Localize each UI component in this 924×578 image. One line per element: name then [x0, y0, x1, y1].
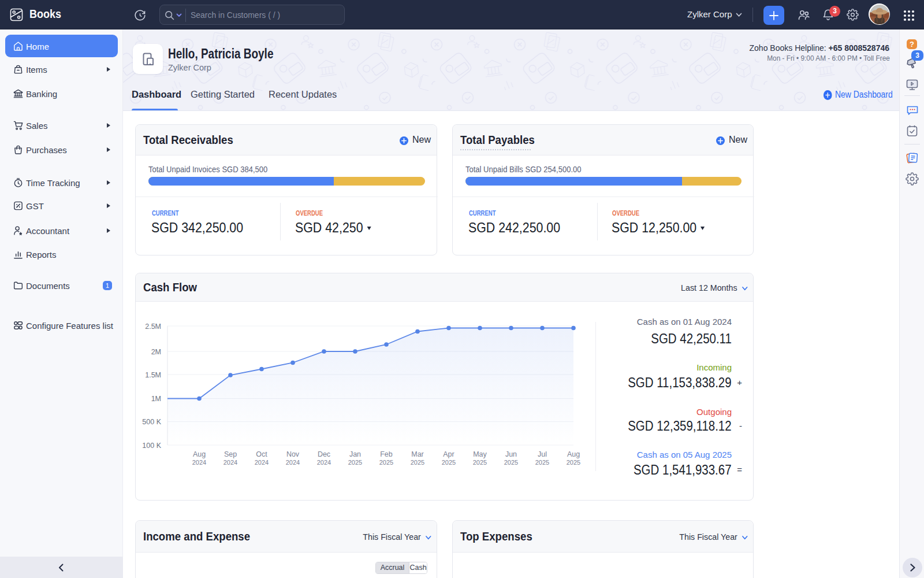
svg-text:2024: 2024: [286, 459, 300, 466]
svg-text:1.5M: 1.5M: [145, 371, 161, 379]
svg-text:Apr: Apr: [443, 450, 454, 458]
svg-text:2025: 2025: [411, 459, 424, 466]
svg-text:2025: 2025: [473, 459, 487, 466]
svg-text:Aug: Aug: [567, 450, 580, 458]
svg-text:Sep: Sep: [224, 450, 237, 458]
svg-text:2025: 2025: [348, 459, 362, 466]
svg-text:1M: 1M: [151, 395, 161, 403]
svg-text:2.5M: 2.5M: [145, 323, 161, 331]
svg-text:500 K: 500 K: [142, 418, 161, 426]
svg-text:Oct: Oct: [256, 450, 267, 458]
svg-text:Mar: Mar: [411, 450, 424, 458]
svg-text:Jan: Jan: [349, 450, 361, 458]
svg-text:2025: 2025: [535, 459, 549, 466]
svg-text:Jun: Jun: [505, 450, 517, 458]
svg-text:Nov: Nov: [286, 450, 300, 458]
svg-text:May: May: [473, 450, 487, 458]
svg-text:2025: 2025: [379, 459, 393, 466]
svg-text:100 K: 100 K: [142, 442, 161, 450]
svg-text:2M: 2M: [151, 348, 161, 356]
svg-text:2024: 2024: [317, 459, 331, 466]
svg-text:2024: 2024: [192, 459, 206, 466]
svg-text:2025: 2025: [567, 459, 580, 466]
svg-text:2024: 2024: [255, 459, 269, 466]
svg-text:Jul: Jul: [538, 450, 547, 458]
svg-text:Feb: Feb: [380, 450, 393, 458]
svg-text:2025: 2025: [504, 459, 518, 466]
svg-text:2024: 2024: [223, 459, 237, 466]
svg-text:2025: 2025: [442, 459, 456, 466]
svg-text:Dec: Dec: [318, 450, 330, 458]
svg-text:Aug: Aug: [193, 450, 206, 458]
